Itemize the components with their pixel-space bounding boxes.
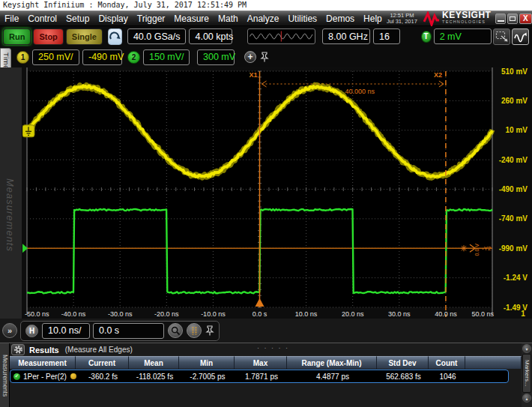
oscilloscope-screen: Keysight Infiniium : Monday, July 31, 20… — [0, 0, 532, 407]
results-title: Results — [29, 346, 59, 355]
menu-trigger[interactable]: Trigger — [133, 13, 170, 24]
col-measurement[interactable]: Measurement — [10, 356, 76, 369]
x-axis-label: -10.0 ns — [201, 310, 226, 318]
cursor-delta-label: 40.000 ns — [345, 88, 375, 95]
y-axis-label: 260 mV — [501, 97, 528, 105]
tab-measurements[interactable]: Measurements — [0, 343, 10, 407]
results-settings-button[interactable] — [11, 344, 25, 355]
expand-sidebar-button[interactable]: » — [2, 323, 17, 338]
brand-name: KEYSIGHT — [442, 12, 491, 19]
menu-utilities[interactable]: Utilities — [283, 13, 321, 24]
autoscale-button[interactable] — [512, 28, 529, 45]
run-button[interactable]: Run — [3, 28, 31, 45]
col-max[interactable]: Max — [235, 356, 287, 369]
x-axis-label: -50.0 ns — [25, 310, 49, 318]
minimize-button[interactable] — [495, 13, 506, 24]
y-axis-label: -1.24 V — [504, 274, 528, 282]
menu-setup[interactable]: Setup — [61, 13, 94, 24]
channel-2-scale-field[interactable]: 150 mV/ — [143, 49, 190, 65]
channel-2-offset-field[interactable]: 300 mV — [197, 49, 235, 65]
stop-button[interactable]: Stop — [33, 28, 63, 45]
col-min[interactable]: Min — [179, 356, 235, 369]
main-plot-area: Measurements X1X240.000 ns0.0 V-Y2510 mV… — [0, 67, 532, 319]
col-range[interactable]: Range (Max-Min) — [287, 356, 377, 369]
x-axis-label: 0.0 s — [253, 310, 267, 318]
add-channel-button[interactable]: + — [244, 51, 256, 63]
waveform-arrow-icon — [514, 31, 528, 43]
timebase-field[interactable]: 10.0 ns/ — [42, 323, 90, 339]
zoom-region-button[interactable] — [493, 28, 510, 45]
sample-rate-field[interactable]: 40.0 GSa/s — [127, 28, 187, 44]
horizontal-bar: » H 10.0 ns/ 0.0 s — [0, 319, 532, 343]
svg-text:-Y2: -Y2 — [482, 245, 492, 252]
zoom-button[interactable] — [168, 323, 183, 338]
magnifier-icon — [171, 326, 181, 336]
pin-icon[interactable] — [260, 51, 269, 63]
x2-cursor-label: X2 — [434, 71, 442, 79]
close-button[interactable]: X — [519, 13, 532, 24]
cursors-button[interactable] — [187, 323, 202, 338]
measurement-name-cell: ✓ 1Per - Per(2) — [10, 373, 76, 381]
measurement-mean: -118.025 fs — [130, 373, 180, 381]
results-header: Results (Measure All Edges) · · · · · — [10, 343, 522, 356]
menu-display[interactable]: Display — [94, 13, 132, 24]
chevron-down-icon[interactable]: ▾ — [522, 344, 531, 353]
x1-cursor-label: X1 — [249, 71, 257, 79]
menu-analyze[interactable]: Analyze — [243, 13, 284, 24]
x-axis-label: -30.0 ns — [108, 310, 133, 318]
clock: 12:51 PM Jul 31, 2017 — [387, 13, 417, 25]
channel-1-badge[interactable]: 1 — [16, 51, 29, 64]
col-stddev[interactable]: Std Dev — [377, 356, 429, 369]
col-current[interactable]: Current — [76, 356, 129, 369]
measurements-watermark: Measurements — [4, 178, 16, 252]
menu-demos[interactable]: Demos — [321, 13, 359, 24]
acquisition-preview[interactable] — [247, 28, 315, 44]
x-axis-label: 40.0 ns — [435, 310, 457, 318]
bits-field[interactable]: 16 — [373, 28, 400, 44]
tab-markers[interactable]: Markers... — [522, 354, 531, 393]
col-mean[interactable]: Mean — [129, 356, 179, 369]
single-button[interactable]: Single — [66, 28, 103, 45]
svg-text:0.0 V: 0.0 V — [474, 244, 480, 256]
results-table-header: Measurement Current Mean Min Max Range (… — [10, 356, 522, 369]
y-axis-label: -240 mV — [499, 156, 528, 164]
touch-button[interactable] — [108, 28, 122, 45]
horizontal-badge[interactable]: H — [25, 325, 38, 337]
measurement-status-icon — [70, 373, 76, 379]
x-axis-label: 20.0 ns — [342, 310, 364, 318]
results-right-rail: ▾ Markers... ▴ — [522, 343, 532, 407]
keysight-spark-icon — [423, 11, 440, 26]
col-count[interactable]: Count — [429, 356, 465, 369]
y-axis-label: -490 mV — [499, 185, 528, 193]
menu-help[interactable]: Help — [359, 13, 387, 24]
menu-bar: File Control Setup Display Trigger Measu… — [0, 10, 532, 26]
waveform-plot[interactable]: X1X240.000 ns0.0 V-Y2510 mV260 mV10 mV-2… — [22, 67, 532, 319]
restore-button[interactable] — [507, 13, 518, 24]
menu-math[interactable]: Math — [214, 13, 243, 24]
acquisition-toolbar: Run Stop Single 40.0 GSa/s 4.00 kpts 8.0… — [0, 26, 532, 46]
window-title: Keysight Infiniium : Monday, July 31, 20… — [0, 0, 532, 10]
col-filler — [465, 356, 522, 369]
memory-depth-field[interactable]: 4.00 kpts — [189, 28, 232, 44]
x-axis-channel-indicator: 1 — [521, 310, 525, 318]
x-axis-label: -20.0 ns — [154, 310, 179, 318]
drag-handle[interactable]: · · · · · — [257, 344, 289, 352]
trigger-level-field[interactable]: 2 mV — [434, 28, 492, 44]
trigger-badge[interactable]: T — [421, 31, 432, 43]
channel-2-badge[interactable]: 2 — [127, 51, 140, 64]
channel-1-scale-field[interactable]: 250 mV/ — [32, 49, 79, 65]
channel-1-offset-field[interactable]: -490 mV — [82, 49, 122, 65]
y-axis-label: 510 mV — [501, 67, 528, 76]
delay-field[interactable]: 0.0 s — [93, 323, 164, 339]
bandwidth-field[interactable]: 8.00 GHz — [322, 28, 370, 44]
x-axis-label: 50.0 ns — [471, 310, 494, 318]
menu-measure[interactable]: Measure — [169, 13, 214, 24]
menu-control[interactable]: Control — [23, 13, 61, 24]
menu-file[interactable]: File — [0, 13, 23, 24]
pin-icon[interactable] — [205, 325, 214, 337]
chevron-up-icon[interactable]: ▴ — [522, 394, 531, 403]
brand-sub: TECHNOLOGIES — [442, 19, 491, 25]
measurement-row[interactable]: ✓ 1Per - Per(2) -360.2 fs -118.025 fs -2… — [10, 370, 509, 383]
y-axis-label: 10 mV — [506, 126, 528, 134]
measurement-stddev: 562.683 fs — [378, 373, 429, 381]
